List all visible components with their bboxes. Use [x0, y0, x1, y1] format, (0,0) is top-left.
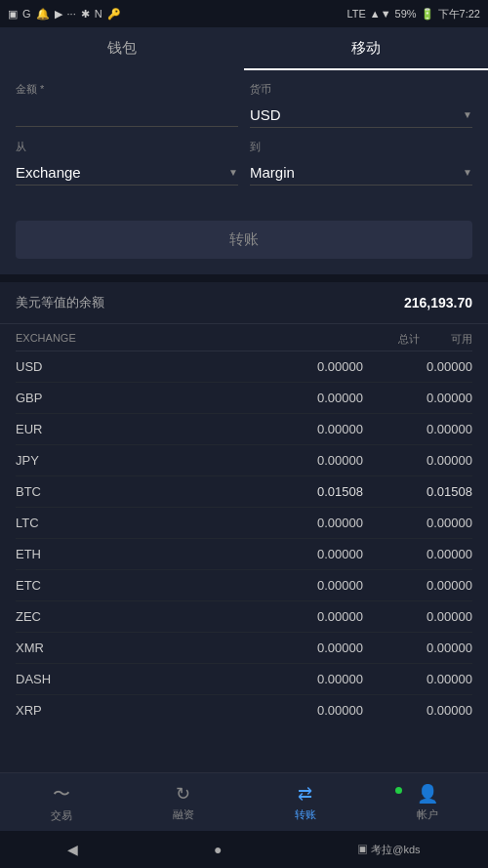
- currency-cell: ZEC: [16, 609, 74, 624]
- tab-mobile[interactable]: 移动: [244, 27, 488, 70]
- table-values: 0.00000 0.00000: [285, 703, 472, 718]
- table-header: EXCHANGE 总计 可用: [16, 324, 472, 351]
- table-values: 0.00000 0.00000: [285, 547, 472, 561]
- tab-wallet[interactable]: 钱包: [0, 27, 244, 70]
- home-button[interactable]: ●: [214, 842, 222, 857]
- available-cell: 0.00000: [394, 578, 472, 593]
- available-cell: 0.00000: [394, 359, 472, 374]
- table-header-right: 总计 可用: [398, 332, 472, 347]
- back-button[interactable]: ◀: [67, 842, 78, 857]
- currency-cell: ETC: [16, 578, 74, 593]
- signal-lte: LTE: [346, 8, 365, 20]
- currency-value: USD: [250, 106, 281, 123]
- table-row: BTC 0.01508 0.01508: [16, 476, 472, 508]
- to-group: 到 Margin ▼: [250, 140, 472, 186]
- app-icon-2: G: [22, 8, 31, 20]
- status-bar: ▣ G 🔔 ▶ ··· ✱ N 🔑 LTE ▲▼ 59% 🔋 下午7:22: [0, 0, 488, 27]
- table-values: 0.00000 0.00000: [285, 516, 472, 530]
- trade-icon: 〜: [53, 782, 70, 806]
- section-divider: [0, 274, 488, 282]
- nav-transfer-label: 转账: [295, 807, 316, 822]
- available-cell: 0.00000: [394, 547, 472, 561]
- table-row: ZEC 0.00000 0.00000: [16, 601, 472, 633]
- account-icon: 👤: [417, 783, 438, 805]
- app-icon-1: ▣: [8, 8, 18, 21]
- table-row: XRP 0.00000 0.00000: [16, 695, 472, 723]
- time-display: 下午7:22: [438, 7, 480, 21]
- battery-icon: 🔋: [421, 8, 434, 21]
- transfer-icon: ⇄: [298, 783, 312, 805]
- currency-label: 货币: [250, 82, 472, 97]
- total-cell: 0.00000: [285, 609, 363, 624]
- currency-select[interactable]: USD ▼: [250, 103, 472, 128]
- tab-mobile-label: 移动: [351, 39, 381, 58]
- battery-percent: 59%: [395, 8, 417, 20]
- amount-input[interactable]: [16, 103, 238, 127]
- from-select[interactable]: Exchange ▼: [16, 160, 238, 186]
- available-col-header: 可用: [451, 332, 472, 347]
- currency-cell: USD: [16, 359, 74, 374]
- available-cell: 0.01508: [394, 484, 472, 499]
- nav-trade[interactable]: 〜 交易: [0, 782, 122, 823]
- transfer-btn-row: 转账: [0, 213, 488, 274]
- available-cell: 0.00000: [394, 672, 472, 686]
- available-cell: 0.00000: [394, 391, 472, 405]
- balance-label: 美元等值的余额: [16, 294, 104, 311]
- table-values: 0.00000 0.00000: [285, 672, 472, 686]
- bottom-nav: 〜 交易 ↻ 融资 ⇄ 转账 👤 帐户: [0, 772, 488, 831]
- form-section: 金额 * 货币 USD ▼ 从 Exchange ▼ 到 Margin ▼: [0, 70, 488, 213]
- total-cell: 0.00000: [285, 391, 363, 405]
- amount-label: 金额 *: [16, 82, 238, 97]
- table-scroll-area[interactable]: USD 0.00000 0.00000 GBP 0.00000 0.00000 …: [16, 351, 472, 723]
- from-group: 从 Exchange ▼: [16, 140, 238, 186]
- tab-wallet-label: 钱包: [107, 39, 137, 58]
- total-cell: 0.00000: [285, 578, 363, 593]
- play-icon: ▶: [55, 8, 62, 21]
- table-values: 0.00000 0.00000: [285, 641, 472, 655]
- from-arrow-icon: ▼: [228, 167, 238, 178]
- nav-transfer[interactable]: ⇄ 转账: [244, 783, 366, 822]
- nav-account-label: 帐户: [417, 807, 438, 822]
- amount-group: 金额 *: [16, 82, 238, 128]
- currency-cell: EUR: [16, 422, 74, 436]
- currency-cell: JPY: [16, 453, 74, 468]
- table-row: GBP 0.00000 0.00000: [16, 383, 472, 414]
- to-label: 到: [250, 140, 472, 154]
- total-cell: 0.00000: [285, 453, 363, 468]
- balance-value: 216,193.70: [404, 295, 472, 310]
- online-dot: [395, 787, 402, 794]
- balance-row: 美元等值的余额 216,193.70: [0, 282, 488, 324]
- from-value: Exchange: [16, 164, 81, 181]
- from-label: 从: [16, 140, 238, 154]
- nfc-icon: N: [95, 8, 102, 20]
- nav-funding[interactable]: ↻ 融资: [122, 783, 244, 822]
- currency-cell: XRP: [16, 703, 74, 718]
- table-values: 0.00000 0.00000: [285, 609, 472, 624]
- transfer-button[interactable]: 转账: [16, 221, 472, 259]
- bluetooth-icon: ✱: [81, 8, 90, 21]
- table-values: 0.00000 0.00000: [285, 359, 472, 374]
- nav-trade-label: 交易: [51, 808, 72, 823]
- currency-cell: LTC: [16, 516, 74, 530]
- table-row: ETC 0.00000 0.00000: [16, 570, 472, 601]
- table-row: ETH 0.00000 0.00000: [16, 539, 472, 570]
- table-values: 0.00000 0.00000: [285, 422, 472, 436]
- available-cell: 0.00000: [394, 453, 472, 468]
- to-select[interactable]: Margin ▼: [250, 160, 472, 186]
- table-section: EXCHANGE 总计 可用 USD 0.00000 0.00000 GBP 0…: [0, 324, 488, 723]
- share-button[interactable]: ▣ 考拉@kds: [357, 843, 420, 857]
- notification-icon: 🔔: [36, 8, 50, 21]
- available-cell: 0.00000: [394, 703, 472, 718]
- to-arrow-icon: ▼: [463, 167, 472, 178]
- table-row: DASH 0.00000 0.00000: [16, 664, 472, 695]
- table-values: 0.01508 0.01508: [285, 484, 472, 499]
- available-cell: 0.00000: [394, 516, 472, 530]
- table-row: LTC 0.00000 0.00000: [16, 508, 472, 539]
- total-cell: 0.00000: [285, 359, 363, 374]
- key-icon: 🔑: [107, 8, 121, 21]
- nav-account[interactable]: 👤 帐户: [366, 783, 488, 822]
- more-dots: ···: [67, 8, 76, 20]
- currency-cell: ETH: [16, 547, 74, 561]
- status-left: ▣ G 🔔 ▶ ··· ✱ N 🔑: [8, 8, 121, 21]
- status-right: LTE ▲▼ 59% 🔋 下午7:22: [346, 7, 480, 21]
